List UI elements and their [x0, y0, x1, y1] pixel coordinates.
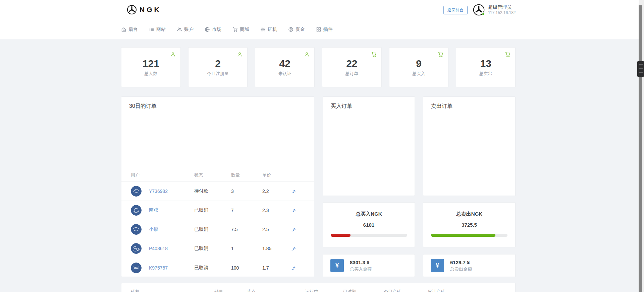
- orders-table: 用户 状态 数量 单价 Y736982 待付款 3 2.2 南弦 已取消 7 2…: [121, 168, 314, 277]
- cart-icon: [438, 52, 443, 57]
- order-detail-arrow-icon[interactable]: [291, 265, 296, 270]
- amount-label: 总卖出金额: [450, 266, 472, 272]
- amount-value: 8301.3 ¥: [350, 260, 372, 266]
- order-status: 已取消: [194, 226, 208, 232]
- stat-label: 今日注册量: [207, 71, 229, 77]
- brand-logo: NGK: [127, 5, 161, 15]
- order-detail-arrow-icon[interactable]: [291, 227, 296, 232]
- col-header-today-out: 今日产矿: [384, 289, 401, 292]
- home-icon: [121, 27, 126, 32]
- user-ip: 117.152.16.182: [488, 10, 516, 15]
- nav-item-accounts[interactable]: 账户: [177, 26, 194, 32]
- scrollbar-thumb[interactable]: [637, 61, 644, 77]
- nav-item-miners[interactable]: 矿机: [260, 26, 277, 32]
- panel-title: 30日的订单: [121, 97, 314, 116]
- nav-label: 账户: [184, 26, 194, 32]
- stats-row: 121 总人数 2 今日注册量 42 未认证 22 总订单 9 总买入 13 总…: [121, 47, 516, 87]
- nav-item-mall[interactable]: 商城: [232, 26, 249, 32]
- stat-label: 未认证: [278, 71, 291, 77]
- stat-label: 总卖出: [479, 71, 492, 77]
- miner-table-header: 矿机 销量 库存 运行中 已过期 今日产矿 累计产矿: [121, 283, 515, 292]
- nav-item-plugins[interactable]: 插件: [316, 26, 333, 32]
- sell-amount-card: ¥ 6129.7 ¥ 总卖出金额: [423, 254, 516, 277]
- main-nav: 后台 网站 账户 市场 商城: [0, 20, 639, 39]
- nav-label: 商城: [240, 26, 249, 32]
- total-buy-ngk-card: 总买入NGK 6101: [323, 202, 415, 247]
- order-qty: 7.5: [231, 227, 237, 232]
- col-header-status: 状态: [194, 172, 203, 178]
- stat-value: 9: [416, 58, 422, 69]
- stat-card-total-users: 121 总人数: [121, 47, 181, 87]
- stat-label: 总人数: [144, 71, 157, 77]
- stat-card-today-registrations: 2 今日注册量: [188, 47, 248, 87]
- panel-title: 买入订单: [323, 97, 415, 116]
- yuan-icon: ¥: [431, 259, 444, 272]
- col-header-stock: 库存: [247, 289, 256, 292]
- user-avatar: [131, 243, 142, 254]
- order-price: 2.2: [262, 189, 269, 194]
- col-header-price: 单价: [262, 172, 271, 178]
- order-status: 已取消: [194, 245, 208, 251]
- user-link[interactable]: K975767: [149, 265, 168, 271]
- order-price: 1.85: [262, 246, 271, 251]
- nav-label: 后台: [128, 26, 138, 32]
- nav-item-backend[interactable]: 后台: [121, 26, 138, 32]
- cart-icon: [232, 27, 238, 32]
- user-name: 超级管理员: [488, 4, 516, 10]
- total-title: 总买入NGK: [356, 211, 382, 217]
- nav-item-website[interactable]: 网站: [149, 26, 166, 32]
- nav-item-funds[interactable]: 资金: [288, 26, 305, 32]
- order-qty: 100: [231, 265, 239, 271]
- cart-icon: [505, 52, 511, 57]
- col-header-miner: 矿机: [131, 289, 140, 292]
- user-avatar: [131, 205, 142, 216]
- user-link[interactable]: 南弦: [149, 207, 158, 213]
- order-price: 1.7: [262, 265, 269, 271]
- scrollbar-marker-green: [639, 75, 643, 75]
- user-link[interactable]: P403618: [149, 246, 168, 251]
- coin-icon: [288, 27, 293, 32]
- order-qty: 7: [231, 208, 234, 213]
- col-header-expired: 已过期: [343, 289, 356, 292]
- orders-chart-area: [121, 116, 314, 168]
- user-icon: [304, 52, 310, 57]
- table-row: 小廖 已取消 7.5 2.5: [121, 220, 314, 239]
- scrollbar-track[interactable]: [639, 5, 642, 292]
- globe-icon: [205, 27, 210, 32]
- sell-progress-bar: [431, 234, 507, 237]
- buy-amount-card: ¥ 8301.3 ¥ 总买入金额: [323, 254, 415, 277]
- user-avatar: [131, 186, 142, 197]
- col-header-user: 用户: [131, 172, 140, 178]
- order-status: 已取消: [194, 207, 208, 213]
- user-link[interactable]: 小廖: [149, 226, 158, 232]
- nav-item-market[interactable]: 市场: [205, 26, 221, 32]
- order-detail-arrow-icon[interactable]: [291, 208, 296, 213]
- stat-label: 总订单: [345, 71, 358, 77]
- user-icon: [170, 52, 176, 57]
- user-link[interactable]: Y736982: [149, 189, 168, 194]
- user-icon: [237, 52, 243, 57]
- plugin-grid-icon: [316, 27, 321, 32]
- stat-card-total-orders: 22 总订单: [322, 47, 382, 87]
- user-avatar: [131, 224, 142, 235]
- order-detail-arrow-icon[interactable]: [291, 246, 296, 251]
- user-menu[interactable]: 超级管理员 117.152.16.182: [473, 4, 516, 16]
- col-header-total-out: 累计产矿: [428, 289, 445, 292]
- col-header-sales: 销量: [214, 289, 223, 292]
- stat-value: 2: [215, 58, 221, 69]
- buy-progress-bar: [331, 234, 407, 237]
- table-row: P403618 已取消 1 1.85: [121, 239, 314, 258]
- avatar[interactable]: [473, 4, 485, 16]
- col-header-qty: 数量: [231, 172, 240, 178]
- order-qty: 1: [231, 246, 234, 251]
- stat-value: 121: [143, 58, 159, 69]
- total-title: 总卖出NGK: [456, 211, 482, 217]
- order-status: 已取消: [194, 265, 208, 271]
- nav-label: 矿机: [268, 26, 277, 32]
- order-detail-arrow-icon[interactable]: [291, 189, 296, 194]
- stat-label: 总买入: [412, 71, 425, 77]
- stat-card-total-sells: 13 总卖出: [456, 47, 516, 87]
- back-to-frontend-button[interactable]: 返回前台: [443, 6, 468, 14]
- stat-card-total-buys: 9 总买入: [389, 47, 449, 87]
- stat-value: 22: [346, 58, 357, 69]
